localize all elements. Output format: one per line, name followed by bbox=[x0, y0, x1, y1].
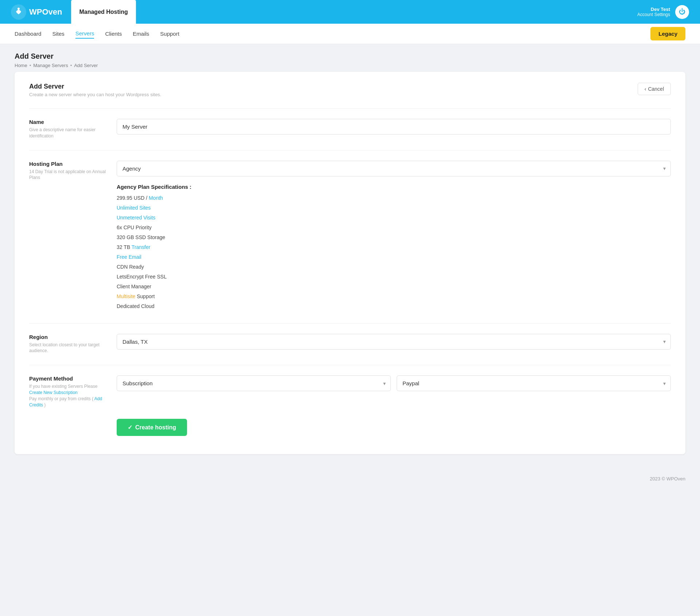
card-header: Add Server Create a new server where you… bbox=[29, 83, 671, 97]
payment-control-col: Subscription Credits ▾ Paypal Credit Car… bbox=[117, 375, 671, 391]
hosting-plan-control-col: Agency Basic Professional ▾ Agency Plan … bbox=[117, 161, 671, 312]
name-hint: Give a descriptive name for easier ident… bbox=[29, 127, 109, 139]
plan-specs: Agency Plan Specifications : 299.95 USD … bbox=[117, 184, 671, 310]
hosting-plan-label: Hosting Plan bbox=[29, 161, 109, 167]
region-label: Region bbox=[29, 334, 109, 340]
logo-text: WPOven bbox=[29, 7, 62, 17]
region-select-wrap: Dallas, TX New York, NY San Francisco, C… bbox=[117, 334, 671, 350]
cancel-chevron-icon: ‹ bbox=[645, 86, 646, 92]
create-new-subscription-link[interactable]: Create New Subscription bbox=[29, 390, 78, 395]
nav-sites[interactable]: Sites bbox=[52, 29, 64, 38]
payment-hint-text1: If you have existing Servers Please bbox=[29, 384, 97, 389]
payment-provider-select[interactable]: Paypal Credit Card Stripe bbox=[397, 375, 671, 391]
nav-support[interactable]: Support bbox=[160, 29, 179, 38]
power-icon: ⏻ bbox=[679, 8, 685, 16]
header-left: WPOven Managed Hosting bbox=[11, 0, 136, 24]
spec-storage: 320 GB SSD Storage bbox=[117, 234, 671, 241]
footer-text: 2023 © WPOven bbox=[650, 476, 685, 482]
footer: 2023 © WPOven bbox=[0, 469, 700, 489]
create-hosting-wrap: ✓ Create hosting bbox=[29, 419, 671, 436]
power-button[interactable]: ⏻ bbox=[675, 5, 689, 19]
breadcrumb-sep2: • bbox=[70, 63, 72, 68]
card-subtitle: Create a new server where you can host y… bbox=[29, 92, 161, 97]
payment-selects: Subscription Credits ▾ Paypal Credit Car… bbox=[117, 375, 671, 391]
payment-provider-select-wrap: Paypal Credit Card Stripe ▾ bbox=[397, 375, 671, 391]
payment-label-col: Payment Method If you have existing Serv… bbox=[29, 375, 117, 408]
name-row: Name Give a descriptive name for easier … bbox=[29, 108, 671, 139]
svg-point-1 bbox=[18, 8, 20, 10]
region-hint: Select location closest to your target a… bbox=[29, 342, 109, 354]
name-label-col: Name Give a descriptive name for easier … bbox=[29, 119, 117, 139]
nav-servers[interactable]: Servers bbox=[75, 29, 94, 39]
hosting-plan-row: Hosting Plan 14 Day Trial is not applica… bbox=[29, 150, 671, 312]
name-control-col bbox=[117, 119, 671, 134]
nav-emails[interactable]: Emails bbox=[133, 29, 149, 38]
nav-links: Dashboard Sites Servers Clients Emails S… bbox=[15, 29, 179, 39]
spec-client-manager: Client Manager bbox=[117, 283, 671, 291]
payment-label: Payment Method bbox=[29, 375, 109, 382]
header: WPOven Managed Hosting Dev Test Account … bbox=[0, 0, 700, 24]
spec-transfer: 32 TB Transfer bbox=[117, 243, 671, 251]
hosting-plan-hint: 14 Day Trial is not applicable on Annual… bbox=[29, 169, 109, 181]
legacy-button[interactable]: Legacy bbox=[650, 27, 685, 40]
breadcrumb-add-server: Add Server bbox=[74, 63, 98, 68]
region-label-col: Region Select location closest to your t… bbox=[29, 334, 117, 354]
cancel-label: Cancel bbox=[648, 86, 664, 92]
page-header: Add Server Home • Manage Servers • Add S… bbox=[0, 44, 700, 72]
hosting-plan-select[interactable]: Agency Basic Professional bbox=[117, 161, 671, 176]
account-name: Dev Test bbox=[637, 7, 670, 12]
region-select[interactable]: Dallas, TX New York, NY San Francisco, C… bbox=[117, 334, 671, 350]
spec-cdn: CDN Ready bbox=[117, 263, 671, 271]
name-input[interactable] bbox=[117, 119, 671, 134]
main-card: Add Server Create a new server where you… bbox=[15, 72, 685, 454]
spec-cpu: 6x CPU Priority bbox=[117, 224, 671, 231]
card-header-text: Add Server Create a new server where you… bbox=[29, 83, 161, 97]
checkmark-icon: ✓ bbox=[128, 424, 132, 431]
payment-hint-text3: ) bbox=[44, 402, 46, 408]
name-label: Name bbox=[29, 119, 109, 125]
card-title: Add Server bbox=[29, 83, 161, 90]
account-info: Dev Test Account Settings bbox=[637, 7, 670, 17]
create-hosting-label: Create hosting bbox=[135, 424, 176, 431]
create-hosting-button[interactable]: ✓ Create hosting bbox=[117, 419, 187, 436]
breadcrumb-home[interactable]: Home bbox=[15, 63, 27, 68]
page-title: Add Server bbox=[15, 52, 685, 61]
hosting-plan-label-col: Hosting Plan 14 Day Trial is not applica… bbox=[29, 161, 117, 181]
nav-dashboard[interactable]: Dashboard bbox=[15, 29, 41, 38]
spec-sites: Unlimited Sites bbox=[117, 204, 671, 212]
hosting-plan-select-wrap: Agency Basic Professional ▾ bbox=[117, 161, 671, 176]
cancel-button[interactable]: ‹ Cancel bbox=[638, 83, 671, 95]
spec-ssl: LetsEncrypt Free SSL bbox=[117, 273, 671, 281]
spec-dedicated: Dedicated Cloud bbox=[117, 303, 671, 310]
breadcrumb-sep1: • bbox=[30, 63, 31, 68]
breadcrumb-manage-servers[interactable]: Manage Servers bbox=[33, 63, 68, 68]
logo: WPOven bbox=[11, 4, 62, 20]
region-control-col: Dallas, TX New York, NY San Francisco, C… bbox=[117, 334, 671, 350]
payment-hint-text2: Pay monthly or pay from credits ( bbox=[29, 396, 93, 401]
spec-multisite: Multisite Support bbox=[117, 293, 671, 300]
region-row: Region Select location closest to your t… bbox=[29, 323, 671, 354]
payment-row: Payment Method If you have existing Serv… bbox=[29, 365, 671, 408]
spec-visits: Unmetered Visits bbox=[117, 214, 671, 222]
breadcrumb: Home • Manage Servers • Add Server bbox=[15, 63, 685, 68]
payment-method-select[interactable]: Subscription Credits bbox=[117, 375, 391, 391]
account-settings-label[interactable]: Account Settings bbox=[637, 12, 670, 17]
header-right: Dev Test Account Settings ⏻ bbox=[637, 5, 689, 19]
payment-method-select-wrap: Subscription Credits ▾ bbox=[117, 375, 391, 391]
nav-bar: Dashboard Sites Servers Clients Emails S… bbox=[0, 24, 700, 44]
spec-email: Free Email bbox=[117, 253, 671, 261]
spec-price: 299.95 USD / Month bbox=[117, 194, 671, 202]
plan-specs-title: Agency Plan Specifications : bbox=[117, 184, 671, 190]
payment-hint: If you have existing Servers Please Crea… bbox=[29, 383, 109, 408]
nav-clients[interactable]: Clients bbox=[105, 29, 122, 38]
managed-hosting-tab[interactable]: Managed Hosting bbox=[71, 0, 136, 24]
